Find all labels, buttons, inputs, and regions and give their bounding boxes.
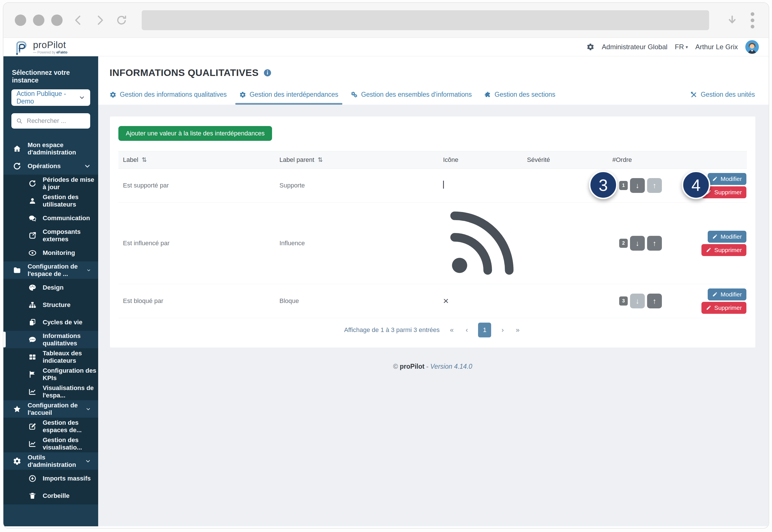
sidebar-item-structure[interactable]: Structure — [3, 296, 98, 314]
sidebar-item-label: Communication — [43, 215, 90, 222]
move-up-button[interactable]: ↑ — [647, 236, 662, 251]
pencil-icon — [712, 234, 718, 239]
sidebar-item-design[interactable]: Design — [3, 279, 98, 296]
sidebar-item-label: Imports massifs — [43, 475, 91, 482]
modifier-button[interactable]: Modifier — [708, 173, 746, 185]
sidebar-item-cycles[interactable]: Cycles de vie — [3, 314, 98, 331]
sidebar-item-mon-espace[interactable]: Mon espace d'administration — [3, 140, 98, 157]
chart-line-icon — [28, 440, 36, 448]
instance-value: Action Publique - Demo — [17, 90, 79, 105]
admin-gear-icon[interactable] — [586, 43, 594, 51]
propilot-logo-icon — [13, 38, 29, 55]
sitemap-icon — [28, 301, 36, 309]
footer: © proPilot - Version 4.14.0 — [110, 363, 756, 370]
download-circle-icon — [28, 475, 36, 482]
url-bar[interactable] — [142, 10, 709, 30]
instance-select[interactable]: Action Publique - Demo — [11, 89, 90, 106]
language-select[interactable]: FR ▾ — [675, 43, 688, 51]
first-page-button[interactable]: « — [448, 326, 455, 334]
move-up-button[interactable]: ↑ — [647, 178, 662, 193]
add-interdependance-button[interactable]: Ajouter une valeur à la liste des interd… — [118, 126, 272, 141]
tab-label: Gestion des sections — [495, 91, 555, 98]
sidebar-item-monitoring[interactable]: Monitoring — [3, 244, 98, 261]
traffic-lights — [15, 15, 63, 26]
sidebar-item-composants[interactable]: Composants externes — [3, 227, 98, 244]
modifier-button[interactable]: Modifier — [708, 288, 746, 300]
sidebar-item-gestion-espaces[interactable]: Gestion des espaces de... — [3, 418, 98, 435]
pagination-summary: Affichage de 1 à 3 parmi 3 entrées — [344, 326, 440, 334]
user-name[interactable]: Arthur Le Grix — [695, 43, 738, 51]
next-page-button[interactable]: › — [500, 326, 505, 334]
brand: proPilot — Powered by eFakto — [13, 38, 67, 55]
sidebar-item-imports[interactable]: Imports massifs — [3, 470, 98, 487]
sidebar-item-communication[interactable]: Communication — [3, 209, 98, 227]
sidebar: Sélectionnez votre instance Action Publi… — [3, 56, 98, 526]
avatar[interactable] — [745, 40, 759, 54]
last-page-button[interactable]: » — [514, 326, 521, 334]
page-1-button[interactable]: 1 — [478, 323, 491, 337]
tab-gestion-ensembles[interactable]: Gestion des ensembles d'informations — [351, 91, 472, 105]
sidebar-item-operations[interactable]: Opérations — [3, 157, 98, 175]
tab-gestion-informations-qualitatives[interactable]: Gestion des informations qualitatives — [110, 91, 227, 105]
reload-icon[interactable] — [116, 14, 127, 26]
chevron-down-icon — [79, 94, 85, 101]
role-label: Administrateur Global — [602, 43, 668, 51]
sidebar-item-corbeille[interactable]: Corbeille — [3, 487, 98, 504]
comments-icon — [28, 214, 36, 222]
tab-gestion-unites[interactable]: Gestion des unités — [690, 91, 755, 105]
sidebar-item-label: Informations qualitatives — [43, 332, 98, 347]
brand-subtitle: — Powered by eFakto — [33, 51, 67, 54]
sidebar-item-informations-qualitatives[interactable]: Informations qualitatives — [3, 331, 98, 348]
search-input[interactable] — [26, 117, 86, 125]
download-icon[interactable] — [726, 14, 738, 26]
sort-icon[interactable]: ⇅ — [142, 156, 147, 164]
brand-name: proPilot — [33, 40, 67, 50]
sidebar-item-gestion-visualisations[interactable]: Gestion des visualisatio... — [3, 435, 98, 452]
supprimer-button[interactable]: Supprimer — [701, 244, 746, 256]
table-row: Est influencé par Influence 2 ↓ ↑ — [118, 203, 747, 284]
app-header: proPilot — Powered by eFakto Administrat… — [3, 38, 769, 56]
sidebar-item-outils[interactable]: Outils d'administration — [3, 452, 98, 470]
sidebar-item-label: Gestion des visualisatio... — [43, 436, 98, 451]
times-icon: × — [443, 295, 449, 306]
tab-gestion-sections[interactable]: Gestion des sections — [484, 91, 555, 105]
move-down-button[interactable]: ↓ — [630, 236, 645, 251]
tab-label: Gestion des ensembles d'informations — [361, 91, 472, 98]
copy-icon — [28, 318, 36, 326]
sidebar-item-config-espace[interactable]: Configuration de l'espace de ... — [3, 261, 98, 279]
move-down-button[interactable]: ↓ — [630, 178, 645, 193]
sidebar-item-periodes[interactable]: Périodes de mise à jour — [3, 175, 98, 192]
gears-icon — [351, 91, 358, 98]
edit-icon — [28, 422, 36, 430]
browser-menu-icon[interactable] — [748, 12, 757, 28]
sort-icon[interactable]: ⇅ — [318, 156, 323, 164]
column-header-label[interactable]: Label ⇅ — [118, 156, 275, 164]
sidebar-item-tableaux[interactable]: Tableaux des indicateurs — [3, 348, 98, 366]
supprimer-button[interactable]: Supprimer — [701, 302, 746, 314]
sidebar-item-visualisations[interactable]: Visualisations de l'espa... — [3, 383, 98, 400]
refresh-icon — [28, 180, 36, 187]
modifier-button[interactable]: Modifier — [708, 231, 746, 243]
cell-label: Est influencé par — [118, 240, 275, 247]
prev-page-button[interactable]: ‹ — [464, 326, 470, 334]
home-icon — [13, 145, 21, 153]
pagination: Affichage de 1 à 3 parmi 3 entrées « ‹ 1… — [118, 318, 747, 342]
sidebar-item-kpis[interactable]: Configuration des KPIs — [3, 366, 98, 383]
back-icon[interactable] — [72, 14, 84, 26]
move-up-button[interactable]: ↑ — [647, 294, 662, 308]
pencil-icon — [706, 247, 711, 253]
traffic-dot — [33, 15, 44, 26]
forward-icon[interactable] — [94, 14, 106, 26]
gear-icon — [110, 91, 116, 98]
sidebar-item-config-accueil[interactable]: Configuration de l'accueil — [3, 400, 98, 418]
move-down-button[interactable]: ↓ — [630, 294, 645, 308]
sidebar-item-utilisateurs[interactable]: Gestion des utilisateurs — [3, 192, 98, 209]
column-header-ordre: #Ordre — [608, 156, 682, 164]
browser-chrome — [3, 3, 769, 38]
sidebar-item-label: Configuration des KPIs — [43, 367, 98, 382]
table-row: Est supporté par Supporte 1 ↓ ↑ — [118, 169, 747, 203]
column-header-label-parent[interactable]: Label parent ⇅ — [275, 156, 439, 164]
folder-icon — [13, 266, 21, 275]
tab-gestion-interdependances[interactable]: Gestion des interdépendances — [239, 91, 338, 105]
info-icon[interactable] — [263, 69, 272, 77]
